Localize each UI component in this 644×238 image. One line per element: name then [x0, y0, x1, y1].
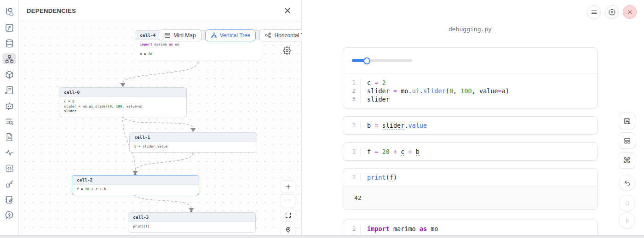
run-all-button [619, 212, 635, 229]
minus-icon [285, 198, 292, 204]
line-number: 1 [343, 225, 361, 233]
dependencies-panel-header: DEPENDENCIES [19, 0, 301, 22]
list-search-icon [5, 117, 14, 126]
gear-icon [609, 9, 615, 16]
view-button-mini-map[interactable]: Mini Map [159, 29, 201, 41]
zoom-out-button[interactable] [281, 194, 295, 207]
shutdown-button[interactable] [623, 5, 637, 19]
database-icon [5, 39, 14, 48]
gear-icon [283, 46, 291, 55]
code-box-icon [5, 164, 14, 173]
dependency-graph-canvas[interactable]: Mini MapVertical TreeHorizontal Tree cel… [19, 22, 302, 235]
notebook-cell-0: 1c = 22slider = mo.ui.slider(0, 100, val… [343, 47, 598, 108]
close-panel-icon[interactable] [284, 7, 292, 15]
notebook-cell-2: 1f = 20 + c + b [343, 142, 598, 161]
scroll-icon [5, 85, 14, 95]
graph-node-cell-3[interactable]: cell-3print(f) [128, 212, 256, 232]
undo-button[interactable] [619, 175, 635, 191]
activity-sidebar [0, 0, 19, 235]
view-button-vertical-tree[interactable]: Vertical Tree [205, 29, 256, 41]
fit-icon [285, 212, 292, 219]
notebook-topbar [587, 5, 637, 19]
slider-handle[interactable] [363, 57, 370, 64]
line-number: 1 [343, 79, 361, 87]
activity-icon [5, 148, 14, 158]
save-button[interactable] [619, 113, 635, 129]
line-number: 2 [343, 87, 361, 95]
node-title: cell-0 [59, 88, 186, 97]
sidebar-item-dependencies[interactable] [2, 53, 16, 64]
panel-title: DEPENDENCIES [27, 7, 76, 14]
dependency-edge [135, 153, 193, 171]
sidebar-item-snippets[interactable] [2, 163, 16, 174]
node-code: import marimo as mo a = 20 [135, 40, 262, 60]
sidebar-item-logs[interactable] [2, 116, 16, 127]
dependency-edge [135, 194, 191, 208]
function-square-icon [5, 23, 14, 33]
sidebar-item-chat[interactable] [2, 100, 16, 111]
chat-bot-icon [5, 101, 14, 111]
view-button-horizontal-tree[interactable]: Horizontal Tree [259, 29, 302, 41]
code-editor[interactable]: 1print(f) [343, 169, 597, 186]
graph-node-cell-1[interactable]: cell-1b = slider.value [129, 132, 257, 153]
sidebar-item-file-explorer[interactable] [2, 6, 16, 17]
dependency-edge [123, 62, 198, 83]
node-title: cell-2 [72, 176, 199, 185]
notebook-menu-button[interactable] [587, 5, 601, 19]
layout-toggle-button[interactable] [619, 132, 635, 149]
file-tree-icon [5, 7, 14, 17]
command-icon: ⌘ [623, 157, 631, 164]
node-code: c = 2slider = mo.ui.slider(0, 100, value… [59, 97, 186, 117]
graph-settings-icon[interactable] [283, 46, 291, 55]
notebook-cell-3: 1print(f)42 [343, 168, 598, 210]
horizontal-tree-icon [265, 32, 271, 39]
minimap-icon [164, 32, 171, 39]
graph-zoom-controls [281, 180, 295, 235]
play-triangle-icon [623, 217, 631, 225]
floppy-icon [623, 117, 631, 125]
undo-arrow-icon [623, 179, 631, 187]
file-text-icon [5, 132, 14, 142]
node-code: f = 20 + c + b [72, 185, 199, 195]
notebook-filename[interactable]: debugging.py [343, 26, 598, 33]
line-number: 1 [343, 121, 361, 130]
slider-track[interactable] [352, 59, 413, 62]
sidebar-item-secrets[interactable] [2, 178, 16, 189]
notebook-editor: debugging.py 1c = 22slider = mo.ui.slide… [302, 0, 644, 235]
sidebar-item-tracing[interactable] [2, 147, 16, 158]
sidebar-item-datasources[interactable] [2, 38, 16, 49]
package-cube-icon [5, 70, 14, 79]
sidebar-item-outline[interactable] [2, 131, 16, 142]
notebook-cell-1: 1b = slider.value [343, 116, 598, 135]
close-x-icon [627, 9, 633, 16]
locate-button[interactable] [281, 223, 295, 235]
dependency-graph-icon [5, 54, 14, 64]
line-number: 3 [343, 95, 361, 103]
fit-view-button[interactable] [281, 209, 295, 221]
sidebar-item-documentation[interactable] [2, 85, 16, 96]
graph-node-cell-0[interactable]: cell-0c = 2slider = mo.ui.slider(0, 100,… [59, 87, 187, 117]
hamburger-icon [591, 9, 598, 16]
stop-kernel-button [619, 195, 635, 211]
command-palette-button[interactable]: ⌘ [619, 152, 635, 169]
sidebar-item-help[interactable] [2, 210, 16, 221]
graph-node-cell-2[interactable]: cell-2f = 20 + c + b [72, 175, 199, 195]
notebook-pen-icon [5, 195, 14, 204]
zoom-in-button[interactable] [281, 180, 295, 193]
node-code: b = slider.value [130, 142, 257, 152]
sidebar-item-packages[interactable] [2, 69, 16, 80]
code-editor[interactable]: 1c = 22slider = mo.ui.slider(0, 100, val… [343, 74, 597, 108]
dependency-edge [123, 116, 193, 128]
settings-button[interactable] [605, 5, 619, 19]
node-handle [197, 61, 199, 63]
node-code: print(f) [128, 222, 255, 232]
slider-output [343, 48, 597, 74]
code-editor[interactable]: 1b = slider.value [343, 117, 597, 134]
sidebar-item-functions[interactable] [2, 22, 16, 33]
layout-panels-icon [623, 137, 631, 145]
key-icon [5, 179, 14, 189]
window-bottom-bar [0, 235, 644, 238]
graph-view-toolbar: Mini MapVertical TreeHorizontal Tree [159, 29, 302, 41]
code-editor[interactable]: 1f = 20 + c + b [343, 143, 597, 160]
sidebar-item-scratchpad[interactable] [2, 194, 16, 205]
